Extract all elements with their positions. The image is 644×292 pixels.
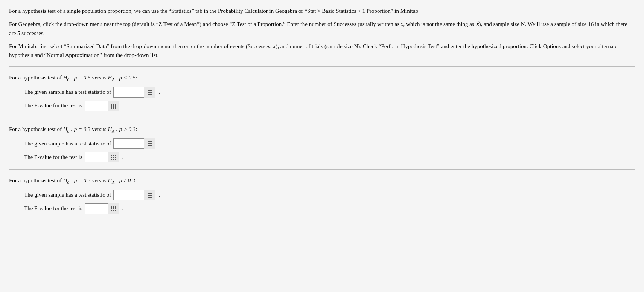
svg-rect-41 (151, 195, 152, 196)
svg-rect-53 (115, 210, 116, 211)
svg-rect-14 (115, 105, 116, 107)
svg-rect-28 (113, 155, 114, 156)
section-2-test-stat-grid-btn[interactable] (144, 138, 155, 149)
section-3-test-stat-box[interactable] (113, 190, 155, 200)
intro-paragraph-1: For a hypothesis test of a single popula… (9, 7, 635, 15)
svg-rect-50 (115, 208, 116, 209)
svg-rect-26 (151, 145, 152, 146)
section-1-pvalue-grid-btn[interactable] (108, 101, 119, 111)
svg-rect-46 (113, 206, 114, 208)
section-1-item-1-label: The given sample has a test statistic of (24, 88, 111, 96)
section-2-pvalue-box[interactable] (85, 152, 119, 162)
hypothesis-section-2: For a hypothesis test of H0 : p = 0.3 ve… (9, 125, 635, 162)
section-2-test-stat-box[interactable] (113, 138, 155, 149)
intro-paragraph-2: For Geogebra, click the drop-down menu n… (9, 20, 635, 38)
section-2-item-1: The given sample has a test statistic of… (24, 138, 635, 149)
svg-rect-7 (149, 94, 151, 95)
section-2-pvalue-grid-btn[interactable] (108, 152, 119, 162)
xbar-variable: x̄ (476, 21, 479, 27)
section-2-title: For a hypothesis test of H0 : p = 0.3 ve… (9, 125, 635, 135)
svg-rect-48 (111, 208, 112, 209)
hypothesis-section-1: For a hypothesis test of H0 : p = 0.5 ve… (9, 73, 635, 111)
section-2-item-2: The P-value for the test is . (24, 152, 635, 162)
svg-rect-52 (113, 210, 114, 211)
svg-rect-33 (111, 159, 112, 160)
svg-rect-51 (111, 210, 112, 211)
section-3-pvalue-input[interactable] (85, 204, 108, 214)
svg-rect-45 (111, 206, 112, 208)
svg-rect-21 (148, 143, 149, 144)
section-1-test-stat-input[interactable] (114, 87, 144, 97)
svg-rect-24 (148, 145, 149, 146)
section-1-pvalue-box[interactable] (85, 101, 119, 111)
svg-rect-16 (113, 107, 114, 109)
section-2-item-1-label: The given sample has a test statistic of (24, 139, 111, 148)
section-1-list: The given sample has a test statistic of… (9, 87, 635, 111)
svg-rect-25 (149, 145, 151, 146)
section-2-pvalue-input[interactable] (85, 152, 108, 162)
svg-rect-27 (111, 155, 112, 156)
hypothesis-section-3: For a hypothesis test of H0 : p = 0.3 ve… (9, 176, 635, 214)
divider-3 (9, 169, 635, 170)
svg-rect-40 (149, 195, 151, 196)
section-3-item-1: The given sample has a test statistic of… (24, 190, 635, 200)
svg-rect-10 (113, 104, 114, 105)
svg-rect-43 (149, 197, 151, 198)
svg-rect-17 (115, 107, 116, 109)
section-2-test-stat-input[interactable] (114, 139, 144, 148)
svg-rect-5 (151, 92, 152, 93)
divider-2 (9, 118, 635, 118)
svg-rect-0 (148, 90, 149, 91)
section-3-pvalue-box[interactable] (85, 203, 119, 214)
section-3-pvalue-grid-btn[interactable] (108, 203, 119, 214)
svg-rect-12 (111, 105, 112, 107)
svg-rect-39 (148, 195, 149, 196)
svg-rect-37 (149, 193, 151, 194)
svg-rect-15 (111, 107, 112, 109)
svg-rect-29 (115, 155, 116, 156)
section-3-test-stat-input[interactable] (114, 190, 144, 200)
section-1-pvalue-input[interactable] (85, 101, 108, 111)
section-1-item-2-label: The P-value for the test is (24, 101, 82, 110)
section-2-item-2-label: The P-value for the test is (24, 153, 82, 162)
svg-rect-47 (115, 206, 116, 208)
svg-rect-2 (151, 90, 152, 91)
svg-rect-11 (115, 104, 116, 105)
svg-rect-22 (149, 143, 151, 144)
section-1-item-2: The P-value for the test is . (24, 101, 635, 111)
svg-rect-19 (149, 141, 151, 142)
section-3-item-2-period: . (122, 204, 124, 213)
svg-rect-38 (151, 193, 152, 194)
svg-rect-1 (149, 90, 151, 91)
section-2-item-2-period: . (122, 153, 124, 162)
section-2-list: The given sample has a test statistic of… (9, 138, 635, 162)
section-3-list: The given sample has a test statistic of… (9, 190, 635, 214)
intro-paragraph-3: For Minitab, first select “Summarized Da… (9, 42, 635, 60)
section-1-test-stat-grid-btn[interactable] (144, 87, 155, 98)
section-1-title: For a hypothesis test of H0 : p = 0.5 ve… (9, 73, 635, 83)
svg-rect-35 (115, 159, 116, 160)
svg-rect-8 (151, 94, 152, 95)
svg-rect-18 (148, 141, 149, 142)
svg-rect-32 (115, 157, 116, 158)
svg-rect-30 (111, 157, 112, 158)
svg-rect-13 (113, 105, 114, 107)
section-1-test-stat-box[interactable] (113, 87, 155, 98)
section-3-item-1-period: . (158, 191, 160, 199)
section-1-item-1-period: . (158, 88, 160, 96)
svg-rect-6 (148, 94, 149, 95)
svg-rect-31 (113, 157, 114, 158)
svg-rect-36 (148, 193, 149, 194)
svg-rect-49 (113, 208, 114, 209)
svg-rect-34 (113, 159, 114, 160)
section-3-title: For a hypothesis test of H0 : p = 0.3 ve… (9, 176, 635, 186)
divider-1 (9, 66, 635, 67)
section-3-test-stat-grid-btn[interactable] (144, 190, 155, 200)
section-2-item-1-period: . (158, 139, 160, 148)
section-3-item-1-label: The given sample has a test statistic of (24, 191, 111, 199)
x-variable: x (401, 21, 403, 27)
svg-rect-3 (148, 92, 149, 93)
section-1-item-2-period: . (122, 101, 124, 110)
svg-rect-9 (111, 104, 112, 105)
svg-rect-20 (151, 141, 152, 142)
